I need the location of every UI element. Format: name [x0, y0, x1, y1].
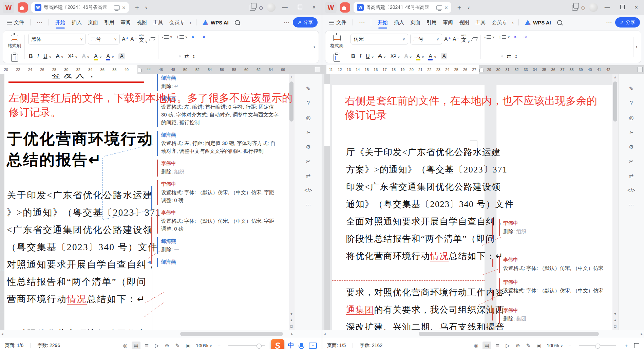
outdent-button[interactable]: ⇤: [514, 34, 518, 40]
menu-tab[interactable]: 工具: [472, 18, 489, 27]
tool-icon[interactable]: ➢: [306, 129, 310, 135]
font-color-button[interactable]: A ∨: [106, 53, 114, 59]
zoom-out-button[interactable]: −: [215, 342, 223, 349]
phonetic-guide-button[interactable]: wén文∨: [461, 35, 470, 44]
view-mode-icon[interactable]: ▷: [504, 342, 512, 349]
search-icon[interactable]: [557, 20, 562, 25]
decrease-font-button[interactable]: A−: [130, 36, 137, 42]
menu-overflow-chevron-icon[interactable]: ›: [511, 20, 515, 25]
vertical-scrollbar[interactable]: ∧ ▼▲◻: [612, 74, 618, 330]
char-shading-button[interactable]: A: [118, 53, 125, 59]
align-right-button[interactable]: [173, 55, 175, 57]
revision-comment[interactable]: 邹海燕 设置格式: 左, 行距: 固定值 30 磅, 字体对齐方式: 自动对齐,…: [157, 131, 279, 156]
view-mode-icon[interactable]: ◎: [121, 342, 130, 349]
bullet-list-button[interactable]: •∨: [162, 35, 172, 39]
bullet-list-button[interactable]: •∨: [484, 35, 495, 39]
align-center-button[interactable]: [168, 55, 170, 57]
align-justify-button[interactable]: [179, 55, 181, 57]
tool-icon[interactable]: ?: [307, 100, 310, 106]
menu-tab[interactable]: 开始: [375, 18, 391, 27]
menu-tab[interactable]: 视图: [456, 18, 472, 27]
scroll-left-icon[interactable]: ◂: [324, 332, 326, 336]
tool-icon[interactable]: ⚙: [306, 144, 310, 150]
horizontal-ruler[interactable]: 2022242628303234363840 44464850525456586…: [0, 65, 322, 74]
view-mode-icon[interactable]: ▣: [534, 342, 543, 349]
scrollbar-thumb[interactable]: [613, 81, 617, 122]
hscroll-thumb[interactable]: [180, 332, 283, 336]
superscript-button[interactable]: X² ∨: [390, 53, 400, 59]
document-area[interactable]: 141516171819202122232425262728 签发人： 左侧是套…: [0, 74, 322, 330]
tool-icon[interactable]: ✂: [306, 158, 310, 165]
tool-icon[interactable]: ✂: [629, 158, 633, 165]
view-mode-icon[interactable]: ▤: [132, 342, 140, 349]
close-button[interactable]: ×: [309, 4, 319, 11]
zoom-level[interactable]: 100%∨: [547, 343, 563, 348]
view-mode-icon[interactable]: ⊕: [163, 342, 171, 349]
format-painter-button[interactable]: 格式刷: [330, 34, 343, 49]
view-mode-icon[interactable]: ✎: [173, 342, 182, 349]
underline-button[interactable]: U ∨: [43, 53, 52, 59]
align-right-button[interactable]: [496, 55, 498, 57]
new-tab-button[interactable]: ＋: [132, 3, 141, 12]
outdent-button[interactable]: ⇤: [192, 34, 196, 40]
revision-comment[interactable]: 邹海燕: [157, 258, 279, 267]
revision-comment[interactable]: 李伟中 删除: 组织: [499, 219, 611, 236]
page-nav-buttons[interactable]: ▼▲◻: [290, 312, 293, 328]
wps365-leaf-icon[interactable]: [18, 2, 28, 13]
share-button[interactable]: ↗分享: [615, 17, 640, 27]
view-mode-icon[interactable]: ▷: [153, 342, 161, 349]
horizontal-scrollbar[interactable]: ◂ ▸: [0, 330, 322, 338]
tool-icon[interactable]: </>: [627, 187, 635, 194]
clear-format-icon[interactable]: [149, 37, 156, 41]
monitor-icon[interactable]: [114, 5, 120, 10]
tab-list-caret-icon[interactable]: ∨: [145, 5, 148, 10]
revision-comment[interactable]: 邹海燕 删除: 一: [157, 237, 279, 254]
highlight-button[interactable]: A ∨: [416, 53, 424, 59]
tool-icon[interactable]: ◎: [306, 114, 311, 121]
file-menu[interactable]: 文件: [4, 18, 27, 27]
monitor-icon[interactable]: [436, 5, 442, 10]
toolbar-more-button[interactable]: ⋯: [603, 19, 614, 26]
workspace-stack-icon[interactable]: [250, 5, 255, 11]
side-toolstrip[interactable]: ✎?◎➢⚙✂⇄</>⋯: [618, 74, 644, 330]
zoom-slider[interactable]: [228, 345, 265, 346]
tab-selector-icon[interactable]: [637, 67, 643, 72]
view-mode-icon[interactable]: ▣: [184, 342, 192, 349]
wps-ai-button[interactable]: WPS AI: [522, 20, 554, 25]
revision-comment[interactable]: 李伟中 设置格式: 字体: （默认）仿宋, （中文）仿宋: [499, 278, 611, 295]
cube-icon[interactable]: ◇: [581, 4, 586, 11]
menu-tab[interactable]: 审阅: [440, 18, 456, 27]
view-mode-icon[interactable]: ▤: [482, 342, 491, 349]
menu-tab[interactable]: 插入: [69, 18, 85, 27]
zoom-level[interactable]: 100%∨: [196, 343, 212, 348]
tab-selector-icon[interactable]: [315, 67, 320, 72]
numbered-list-button[interactable]: 1∨: [176, 35, 188, 39]
underline-button[interactable]: U ∨: [366, 53, 374, 59]
font-name-select[interactable]: 仿宋∨: [351, 34, 408, 44]
paste-button[interactable]: 粘贴 ∨: [8, 54, 21, 63]
ribbon-collapse-chevron[interactable]: ›: [633, 37, 640, 57]
toolbar-more-button[interactable]: ⋯: [281, 19, 292, 26]
scroll-right-icon[interactable]: ▸: [641, 332, 643, 336]
revision-comment[interactable]: 李伟中 设置格式: 字体: （默认）仿宋, （中文）仿宋, 字距调整: 0 磅: [157, 209, 279, 234]
menu-more-button[interactable]: ⋯: [356, 19, 367, 26]
align-justify-button[interactable]: [501, 55, 503, 57]
menu-tab[interactable]: 插入: [391, 18, 407, 27]
tool-icon[interactable]: </>: [304, 187, 312, 194]
zoom-in-button[interactable]: ＋: [622, 342, 631, 349]
tab-list-caret-icon[interactable]: ∨: [467, 5, 470, 10]
view-mode-buttons[interactable]: ◎▤≣▷⊕✎▣: [472, 342, 544, 349]
tool-icon[interactable]: ⚙: [629, 144, 633, 150]
scroll-right-icon[interactable]: ▸: [291, 332, 293, 336]
bold-button[interactable]: B: [29, 53, 33, 59]
paste-button[interactable]: 粘贴 ∨: [330, 54, 343, 63]
char-shading-button[interactable]: A: [441, 53, 447, 59]
text-effects-button[interactable]: A ∨: [404, 53, 412, 59]
menu-tab[interactable]: 页面: [407, 18, 423, 27]
menu-tab[interactable]: 会员专: [489, 18, 510, 27]
tool-icon[interactable]: ⇄: [629, 173, 633, 179]
align-left-button[interactable]: [163, 55, 165, 57]
revision-comment[interactable]: 李伟中 删除: 集团: [499, 307, 611, 324]
document-tab[interactable]: W 粤高路建〔2024〕46号省高速 ×: [31, 2, 129, 13]
format-painter-button[interactable]: 格式刷: [8, 34, 21, 49]
